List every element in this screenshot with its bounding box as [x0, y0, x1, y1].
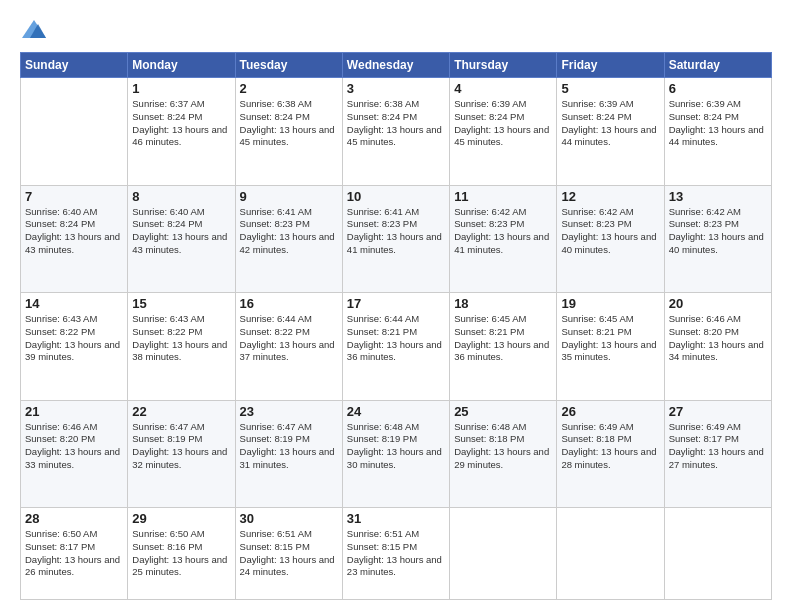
calendar-cell: 31Sunrise: 6:51 AMSunset: 8:15 PMDayligh…	[342, 508, 449, 600]
cell-info: Sunrise: 6:46 AMSunset: 8:20 PMDaylight:…	[669, 313, 767, 364]
cell-info: Sunrise: 6:38 AMSunset: 8:24 PMDaylight:…	[347, 98, 445, 149]
calendar-cell: 28Sunrise: 6:50 AMSunset: 8:17 PMDayligh…	[21, 508, 128, 600]
calendar-week-row: 21Sunrise: 6:46 AMSunset: 8:20 PMDayligh…	[21, 400, 772, 508]
cell-info: Sunrise: 6:45 AMSunset: 8:21 PMDaylight:…	[454, 313, 552, 364]
weekday-header-sunday: Sunday	[21, 53, 128, 78]
day-number: 1	[132, 81, 230, 96]
calendar-cell: 3Sunrise: 6:38 AMSunset: 8:24 PMDaylight…	[342, 78, 449, 186]
day-number: 7	[25, 189, 123, 204]
cell-info: Sunrise: 6:39 AMSunset: 8:24 PMDaylight:…	[454, 98, 552, 149]
calendar-cell: 15Sunrise: 6:43 AMSunset: 8:22 PMDayligh…	[128, 293, 235, 401]
calendar-week-row: 1Sunrise: 6:37 AMSunset: 8:24 PMDaylight…	[21, 78, 772, 186]
logo-icon	[20, 16, 48, 44]
header	[20, 16, 772, 44]
cell-info: Sunrise: 6:40 AMSunset: 8:24 PMDaylight:…	[132, 206, 230, 257]
cell-info: Sunrise: 6:41 AMSunset: 8:23 PMDaylight:…	[347, 206, 445, 257]
day-number: 31	[347, 511, 445, 526]
cell-info: Sunrise: 6:45 AMSunset: 8:21 PMDaylight:…	[561, 313, 659, 364]
calendar-cell: 25Sunrise: 6:48 AMSunset: 8:18 PMDayligh…	[450, 400, 557, 508]
cell-info: Sunrise: 6:46 AMSunset: 8:20 PMDaylight:…	[25, 421, 123, 472]
calendar-cell: 2Sunrise: 6:38 AMSunset: 8:24 PMDaylight…	[235, 78, 342, 186]
day-number: 28	[25, 511, 123, 526]
cell-info: Sunrise: 6:49 AMSunset: 8:17 PMDaylight:…	[669, 421, 767, 472]
calendar-cell: 22Sunrise: 6:47 AMSunset: 8:19 PMDayligh…	[128, 400, 235, 508]
calendar-week-row: 28Sunrise: 6:50 AMSunset: 8:17 PMDayligh…	[21, 508, 772, 600]
cell-info: Sunrise: 6:42 AMSunset: 8:23 PMDaylight:…	[454, 206, 552, 257]
cell-info: Sunrise: 6:47 AMSunset: 8:19 PMDaylight:…	[132, 421, 230, 472]
calendar-cell: 11Sunrise: 6:42 AMSunset: 8:23 PMDayligh…	[450, 185, 557, 293]
cell-info: Sunrise: 6:44 AMSunset: 8:22 PMDaylight:…	[240, 313, 338, 364]
calendar-header-row: SundayMondayTuesdayWednesdayThursdayFrid…	[21, 53, 772, 78]
cell-info: Sunrise: 6:48 AMSunset: 8:18 PMDaylight:…	[454, 421, 552, 472]
day-number: 30	[240, 511, 338, 526]
cell-info: Sunrise: 6:43 AMSunset: 8:22 PMDaylight:…	[25, 313, 123, 364]
calendar-cell: 26Sunrise: 6:49 AMSunset: 8:18 PMDayligh…	[557, 400, 664, 508]
calendar-cell: 8Sunrise: 6:40 AMSunset: 8:24 PMDaylight…	[128, 185, 235, 293]
cell-info: Sunrise: 6:51 AMSunset: 8:15 PMDaylight:…	[347, 528, 445, 579]
calendar-table: SundayMondayTuesdayWednesdayThursdayFrid…	[20, 52, 772, 600]
calendar-week-row: 7Sunrise: 6:40 AMSunset: 8:24 PMDaylight…	[21, 185, 772, 293]
day-number: 20	[669, 296, 767, 311]
cell-info: Sunrise: 6:51 AMSunset: 8:15 PMDaylight:…	[240, 528, 338, 579]
cell-info: Sunrise: 6:50 AMSunset: 8:16 PMDaylight:…	[132, 528, 230, 579]
cell-info: Sunrise: 6:48 AMSunset: 8:19 PMDaylight:…	[347, 421, 445, 472]
day-number: 9	[240, 189, 338, 204]
calendar-cell: 19Sunrise: 6:45 AMSunset: 8:21 PMDayligh…	[557, 293, 664, 401]
day-number: 14	[25, 296, 123, 311]
day-number: 25	[454, 404, 552, 419]
day-number: 17	[347, 296, 445, 311]
day-number: 6	[669, 81, 767, 96]
weekday-header-thursday: Thursday	[450, 53, 557, 78]
cell-info: Sunrise: 6:47 AMSunset: 8:19 PMDaylight:…	[240, 421, 338, 472]
calendar-cell: 20Sunrise: 6:46 AMSunset: 8:20 PMDayligh…	[664, 293, 771, 401]
day-number: 18	[454, 296, 552, 311]
page: SundayMondayTuesdayWednesdayThursdayFrid…	[0, 0, 792, 612]
cell-info: Sunrise: 6:42 AMSunset: 8:23 PMDaylight:…	[561, 206, 659, 257]
calendar-cell: 10Sunrise: 6:41 AMSunset: 8:23 PMDayligh…	[342, 185, 449, 293]
day-number: 10	[347, 189, 445, 204]
calendar-cell: 5Sunrise: 6:39 AMSunset: 8:24 PMDaylight…	[557, 78, 664, 186]
day-number: 24	[347, 404, 445, 419]
day-number: 26	[561, 404, 659, 419]
calendar-week-row: 14Sunrise: 6:43 AMSunset: 8:22 PMDayligh…	[21, 293, 772, 401]
day-number: 27	[669, 404, 767, 419]
calendar-cell: 14Sunrise: 6:43 AMSunset: 8:22 PMDayligh…	[21, 293, 128, 401]
calendar-cell	[21, 78, 128, 186]
cell-info: Sunrise: 6:42 AMSunset: 8:23 PMDaylight:…	[669, 206, 767, 257]
cell-info: Sunrise: 6:49 AMSunset: 8:18 PMDaylight:…	[561, 421, 659, 472]
day-number: 2	[240, 81, 338, 96]
day-number: 5	[561, 81, 659, 96]
calendar-cell: 23Sunrise: 6:47 AMSunset: 8:19 PMDayligh…	[235, 400, 342, 508]
calendar-cell: 6Sunrise: 6:39 AMSunset: 8:24 PMDaylight…	[664, 78, 771, 186]
calendar-cell: 4Sunrise: 6:39 AMSunset: 8:24 PMDaylight…	[450, 78, 557, 186]
cell-info: Sunrise: 6:38 AMSunset: 8:24 PMDaylight:…	[240, 98, 338, 149]
cell-info: Sunrise: 6:39 AMSunset: 8:24 PMDaylight:…	[669, 98, 767, 149]
weekday-header-tuesday: Tuesday	[235, 53, 342, 78]
cell-info: Sunrise: 6:44 AMSunset: 8:21 PMDaylight:…	[347, 313, 445, 364]
cell-info: Sunrise: 6:40 AMSunset: 8:24 PMDaylight:…	[25, 206, 123, 257]
calendar-cell: 7Sunrise: 6:40 AMSunset: 8:24 PMDaylight…	[21, 185, 128, 293]
calendar-cell: 16Sunrise: 6:44 AMSunset: 8:22 PMDayligh…	[235, 293, 342, 401]
calendar-cell: 21Sunrise: 6:46 AMSunset: 8:20 PMDayligh…	[21, 400, 128, 508]
logo	[20, 16, 52, 44]
cell-info: Sunrise: 6:41 AMSunset: 8:23 PMDaylight:…	[240, 206, 338, 257]
cell-info: Sunrise: 6:37 AMSunset: 8:24 PMDaylight:…	[132, 98, 230, 149]
weekday-header-monday: Monday	[128, 53, 235, 78]
weekday-header-friday: Friday	[557, 53, 664, 78]
day-number: 13	[669, 189, 767, 204]
calendar-cell: 13Sunrise: 6:42 AMSunset: 8:23 PMDayligh…	[664, 185, 771, 293]
day-number: 12	[561, 189, 659, 204]
cell-info: Sunrise: 6:39 AMSunset: 8:24 PMDaylight:…	[561, 98, 659, 149]
day-number: 15	[132, 296, 230, 311]
day-number: 19	[561, 296, 659, 311]
cell-info: Sunrise: 6:50 AMSunset: 8:17 PMDaylight:…	[25, 528, 123, 579]
calendar-cell	[450, 508, 557, 600]
day-number: 16	[240, 296, 338, 311]
calendar-cell: 12Sunrise: 6:42 AMSunset: 8:23 PMDayligh…	[557, 185, 664, 293]
day-number: 4	[454, 81, 552, 96]
calendar-cell: 27Sunrise: 6:49 AMSunset: 8:17 PMDayligh…	[664, 400, 771, 508]
calendar-cell: 24Sunrise: 6:48 AMSunset: 8:19 PMDayligh…	[342, 400, 449, 508]
day-number: 8	[132, 189, 230, 204]
calendar-cell: 29Sunrise: 6:50 AMSunset: 8:16 PMDayligh…	[128, 508, 235, 600]
calendar-cell: 17Sunrise: 6:44 AMSunset: 8:21 PMDayligh…	[342, 293, 449, 401]
